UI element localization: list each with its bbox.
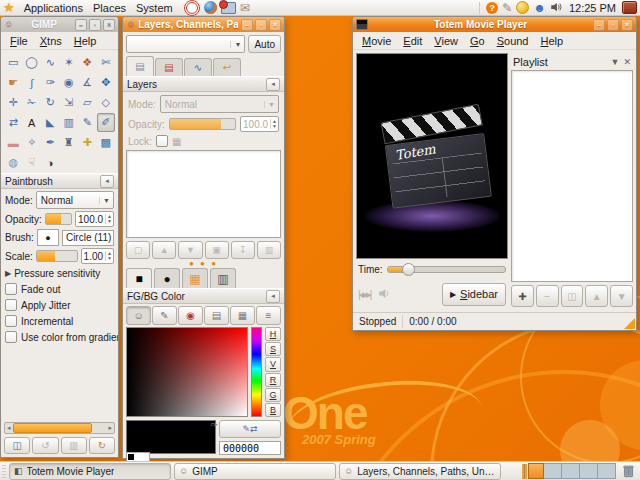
scales-selector[interactable]: ≡ bbox=[256, 306, 281, 325]
gradients-tab[interactable]: ▥ bbox=[210, 268, 236, 288]
wheel-selector[interactable]: ◉ bbox=[178, 306, 203, 325]
alert-icon[interactable] bbox=[516, 1, 529, 14]
workspace-cell[interactable] bbox=[544, 463, 562, 479]
dodge-burn[interactable]: ◑ bbox=[41, 153, 60, 172]
resize-grip[interactable] bbox=[624, 318, 635, 329]
totem-titlebar[interactable]: Totem Movie Player – ▫ × bbox=[353, 17, 636, 32]
lower-layer-button[interactable]: ▼ bbox=[178, 241, 202, 259]
option-checkbox-row[interactable]: Fade out bbox=[1, 279, 118, 295]
raise-layer-button[interactable]: ▲ bbox=[152, 241, 176, 259]
lock-checkbox[interactable] bbox=[156, 135, 168, 147]
totem-menu[interactable]: Help bbox=[536, 34, 569, 48]
flip[interactable]: ⇄ bbox=[4, 113, 23, 132]
gimp-menu[interactable]: File bbox=[5, 34, 33, 48]
pencil[interactable]: ✎ bbox=[78, 113, 97, 132]
totem-menu[interactable]: Movie bbox=[357, 34, 396, 48]
brush-preview[interactable]: ● bbox=[37, 229, 59, 246]
shear[interactable]: ▱ bbox=[78, 93, 97, 112]
maximize-button[interactable]: ▫ bbox=[607, 19, 619, 31]
brushes-tab[interactable]: ● bbox=[154, 268, 180, 288]
playlist-save-button[interactable]: ◫ bbox=[561, 285, 584, 307]
panel-menu[interactable]: System bbox=[131, 2, 178, 14]
help-icon[interactable] bbox=[184, 0, 200, 16]
gimp-menu[interactable]: Xtns bbox=[35, 34, 67, 48]
layers-titlebar[interactable]: ☺ Layers, Channels, Pa – ▫ × bbox=[123, 17, 284, 32]
image-combobox[interactable]: ▼ bbox=[126, 35, 245, 53]
option-checkbox-row[interactable]: Use color from gradien bbox=[1, 327, 118, 343]
current-color-swatch[interactable] bbox=[126, 420, 216, 454]
panel-menu[interactable]: Places bbox=[88, 2, 131, 14]
playlist-move-down-button[interactable]: ▼ bbox=[610, 285, 633, 307]
gimp-titlebar[interactable]: ☺ GIMP – ▫ × bbox=[1, 17, 118, 32]
sidebar-toggle-button[interactable]: ▶ Sidebar bbox=[442, 283, 506, 306]
perspective-clone[interactable]: ▩ bbox=[97, 133, 116, 152]
color-picker[interactable]: ✑ bbox=[41, 73, 60, 92]
totem-menu[interactable]: Edit bbox=[398, 34, 427, 48]
ellipse-select[interactable]: ◯ bbox=[23, 53, 42, 72]
free-select[interactable]: ∿ bbox=[41, 53, 60, 72]
trash-icon[interactable] bbox=[622, 464, 635, 478]
firefox-icon[interactable] bbox=[204, 1, 217, 14]
system-monitor-icon[interactable] bbox=[622, 1, 637, 14]
layer-opacity-spinner[interactable]: 100.0▲▼ bbox=[240, 116, 279, 132]
mail-icon[interactable]: ✉ bbox=[240, 2, 250, 14]
smudge[interactable]: ☟ bbox=[23, 153, 42, 172]
channel-radio[interactable]: H bbox=[265, 327, 281, 341]
pager-handle[interactable] bbox=[522, 464, 527, 479]
ink[interactable]: ✒ bbox=[41, 133, 60, 152]
hex-color-input[interactable] bbox=[219, 441, 281, 455]
anchor-layer-button[interactable]: ↧ bbox=[231, 241, 255, 259]
heal[interactable]: ✚ bbox=[78, 133, 97, 152]
auto-button[interactable]: Auto bbox=[248, 35, 281, 53]
checkbox[interactable] bbox=[5, 315, 17, 327]
updates-icon[interactable]: ? bbox=[486, 2, 498, 14]
scroll-right-icon[interactable]: ▸ bbox=[106, 424, 114, 432]
blend[interactable]: ▥ bbox=[60, 113, 79, 132]
tool-options-scrollbar[interactable]: ◂ ▸ bbox=[4, 422, 115, 434]
maximize-button[interactable]: ▫ bbox=[255, 19, 267, 31]
patterns-tab[interactable]: ▦ bbox=[182, 268, 208, 288]
rotate[interactable]: ↻ bbox=[41, 93, 60, 112]
workspace-cell[interactable] bbox=[580, 463, 598, 479]
playlist-move-up-button[interactable]: ▲ bbox=[585, 285, 608, 307]
close-button[interactable]: × bbox=[621, 19, 633, 31]
duplicate-layer-button[interactable]: ▣ bbox=[205, 241, 229, 259]
watercolor-selector[interactable]: ✎ bbox=[152, 306, 177, 325]
layers-tab[interactable]: ▤ bbox=[126, 56, 154, 76]
opacity-spinner[interactable]: 100.0▲▼ bbox=[75, 211, 114, 227]
panel-menu[interactable]: Applications bbox=[19, 2, 88, 14]
checkbox[interactable] bbox=[5, 299, 17, 311]
channel-radio[interactable]: G bbox=[265, 388, 281, 402]
pressure-sensitivity-expander[interactable]: ▶ Pressure sensitivity bbox=[1, 264, 118, 279]
task-button[interactable]: ◧ Totem Movie Player bbox=[9, 463, 171, 480]
delete-layer-button[interactable]: ▥ bbox=[257, 241, 281, 259]
crop[interactable]: ✁ bbox=[23, 93, 42, 112]
video-area[interactable]: Totem bbox=[356, 53, 508, 259]
next-button[interactable]: ▸| bbox=[366, 288, 370, 300]
zoom[interactable]: ◉ bbox=[60, 73, 79, 92]
restore-options-button[interactable]: ↺ bbox=[32, 437, 58, 454]
playlist-list[interactable] bbox=[511, 70, 633, 282]
seek-handle[interactable] bbox=[402, 263, 415, 276]
color-dialog-button[interactable]: ✎⇄ bbox=[219, 420, 281, 438]
checkbox[interactable] bbox=[5, 283, 17, 295]
task-button[interactable]: ☺ GIMP bbox=[174, 463, 336, 480]
layers-list[interactable] bbox=[126, 150, 281, 238]
channel-radio[interactable]: V bbox=[265, 357, 281, 371]
eraser[interactable]: ▬ bbox=[4, 133, 23, 152]
channel-radio[interactable]: B bbox=[265, 403, 281, 417]
gimp-color-selector[interactable]: ☺ bbox=[126, 306, 151, 325]
bucket-fill[interactable]: ◣ bbox=[41, 113, 60, 132]
layer-opacity-slider[interactable] bbox=[169, 118, 236, 130]
layers-menu-button[interactable]: ◂ bbox=[266, 78, 280, 91]
playlist-close-icon[interactable]: ✕ bbox=[623, 57, 631, 67]
package-manager-icon[interactable] bbox=[221, 2, 236, 14]
scale-slider[interactable] bbox=[36, 250, 78, 262]
foreground-select[interactable]: ☛ bbox=[4, 73, 23, 92]
paintbrush[interactable]: ✐ bbox=[97, 113, 116, 132]
playlist-remove-button[interactable]: − bbox=[536, 285, 559, 307]
perspective[interactable]: ◇ bbox=[97, 93, 116, 112]
paths-tab[interactable]: ∿ bbox=[184, 58, 212, 76]
user-switcher-icon[interactable]: ☻ bbox=[533, 2, 546, 14]
checkbox[interactable] bbox=[5, 331, 17, 343]
